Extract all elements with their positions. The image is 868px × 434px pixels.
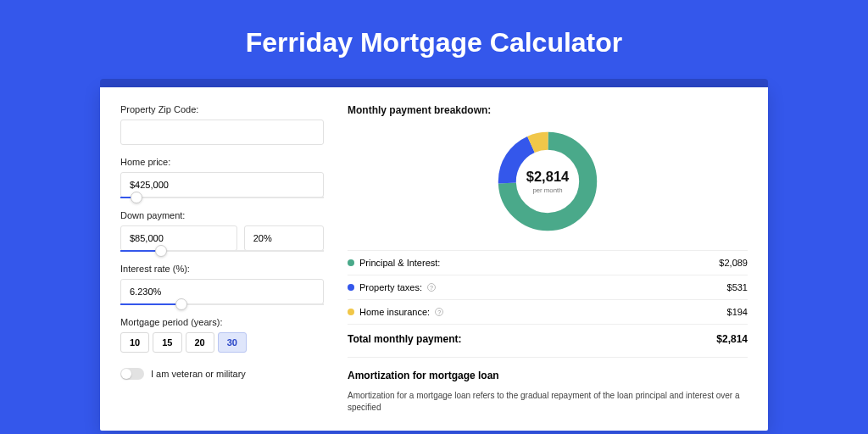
- legend-taxes-label: Property taxes:: [359, 282, 422, 292]
- page-title: Ferriday Mortgage Calculator: [0, 0, 868, 79]
- breakdown-title: Monthly payment breakdown:: [348, 104, 748, 116]
- period-option-30[interactable]: 30: [218, 332, 247, 353]
- rate-field: Interest rate (%):: [120, 264, 324, 305]
- dot-icon: [348, 259, 354, 266]
- dot-icon: [348, 284, 354, 291]
- legend-insurance-label: Home insurance:: [359, 307, 430, 317]
- rate-label: Interest rate (%):: [120, 264, 324, 274]
- period-option-15[interactable]: 15: [153, 332, 181, 353]
- legend-principal-label: Principal & Interest:: [359, 258, 440, 268]
- down-field: Down payment:: [120, 210, 324, 252]
- veteran-row: I am veteran or military: [120, 368, 324, 380]
- card-header-strip: [100, 79, 768, 87]
- period-label: Mortgage period (years):: [120, 317, 324, 327]
- info-icon[interactable]: ?: [427, 283, 436, 292]
- period-segmented: 10 15 20 30: [120, 332, 324, 353]
- down-label: Down payment:: [120, 210, 324, 220]
- price-field: Home price:: [120, 157, 324, 198]
- period-option-20[interactable]: 20: [186, 332, 214, 353]
- inputs-column: Property Zip Code: Home price: Down paym…: [120, 104, 324, 414]
- donut-center-value: $2,814: [526, 169, 570, 184]
- legend-taxes-value: $531: [727, 282, 748, 292]
- veteran-toggle[interactable]: [120, 368, 144, 380]
- period-option-10[interactable]: 10: [120, 332, 149, 353]
- price-slider-handle[interactable]: [131, 192, 142, 203]
- total-label: Total monthly payment:: [348, 333, 461, 345]
- total-value: $2,814: [716, 333, 748, 345]
- legend-taxes: Property taxes: ? $531: [348, 275, 748, 299]
- legend-principal-value: $2,089: [719, 258, 748, 268]
- rate-slider[interactable]: [120, 303, 324, 305]
- rate-slider-fill: [120, 303, 181, 305]
- rate-input[interactable]: [120, 279, 324, 304]
- donut-center-label: per month: [532, 186, 562, 194]
- total-row: Total monthly payment: $2,814: [348, 324, 748, 357]
- zip-field: Property Zip Code:: [120, 104, 324, 145]
- donut-chart: $2,814 per month: [348, 128, 748, 235]
- legend-insurance: Home insurance: ? $194: [348, 299, 748, 324]
- breakdown-column: Monthly payment breakdown: $2,814 per mo…: [348, 104, 748, 414]
- period-field: Mortgage period (years): 10 15 20 30: [120, 317, 324, 353]
- legend-insurance-value: $194: [727, 307, 748, 317]
- calculator-card: Property Zip Code: Home price: Down paym…: [100, 87, 768, 431]
- dot-icon: [348, 309, 354, 315]
- amortization-section: Amortization for mortgage loan Amortizat…: [348, 357, 748, 414]
- down-slider[interactable]: [120, 250, 324, 252]
- amortization-text: Amortization for a mortgage loan refers …: [348, 390, 748, 414]
- price-label: Home price:: [120, 157, 324, 167]
- amortization-title: Amortization for mortgage loan: [348, 370, 748, 381]
- down-amount-input[interactable]: [120, 225, 237, 251]
- legend-principal: Principal & Interest: $2,089: [348, 250, 748, 275]
- down-percent-input[interactable]: [244, 225, 324, 251]
- info-icon[interactable]: ?: [435, 308, 443, 316]
- price-slider[interactable]: [120, 197, 324, 198]
- price-input[interactable]: [120, 172, 324, 198]
- down-slider-handle[interactable]: [155, 245, 167, 257]
- zip-label: Property Zip Code:: [120, 104, 324, 114]
- zip-input[interactable]: [120, 120, 324, 145]
- rate-slider-handle[interactable]: [175, 298, 187, 310]
- veteran-label: I am veteran or military: [151, 369, 246, 379]
